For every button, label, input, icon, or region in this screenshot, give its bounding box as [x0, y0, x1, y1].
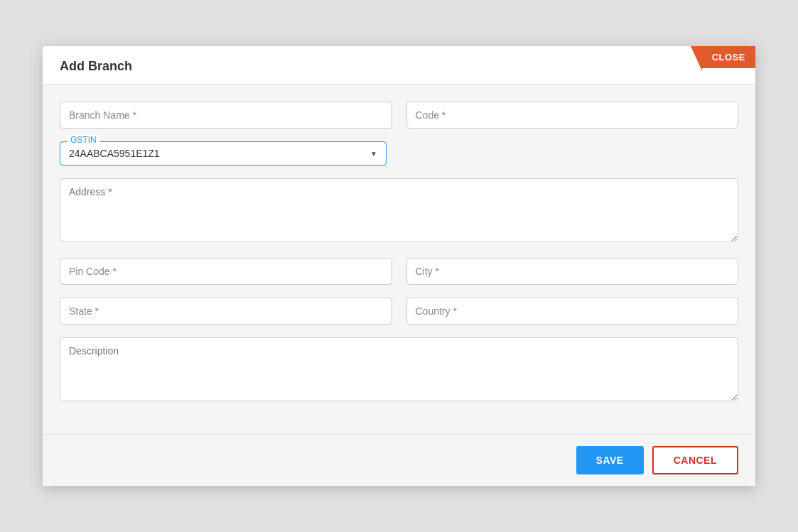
row-branch-code — [60, 102, 738, 129]
close-button[interactable]: CLOSE — [702, 46, 755, 68]
modal-dialog: CLOSE Add Branch GSTIN 24AABCA5951E1Z1 ▼ — [43, 46, 755, 486]
description-group — [60, 337, 738, 404]
row-pincode-city — [60, 258, 738, 285]
save-button[interactable]: SAVE — [576, 446, 644, 474]
address-input[interactable] — [60, 178, 738, 242]
state-input[interactable] — [60, 298, 392, 325]
state-group — [60, 298, 392, 325]
cancel-button[interactable]: CANCEL — [652, 446, 738, 474]
address-group — [60, 178, 738, 245]
modal-body: GSTIN 24AABCA5951E1Z1 ▼ — [43, 85, 755, 434]
branch-name-input[interactable] — [60, 102, 392, 129]
modal-footer: SAVE CANCEL — [43, 434, 755, 486]
code-group — [406, 102, 739, 129]
gstin-label: GSTIN — [68, 135, 99, 145]
branch-name-group — [60, 102, 392, 129]
gstin-group: GSTIN 24AABCA5951E1Z1 ▼ — [60, 141, 387, 165]
row-address — [60, 178, 738, 245]
description-input[interactable] — [60, 337, 738, 401]
modal-header: Add Branch — [43, 46, 755, 85]
city-group — [406, 258, 739, 285]
city-input[interactable] — [406, 258, 739, 285]
pin-code-input[interactable] — [60, 258, 392, 285]
pin-code-group — [60, 258, 392, 285]
row-description — [60, 337, 738, 404]
code-input[interactable] — [406, 102, 739, 129]
gstin-dropdown[interactable]: GSTIN 24AABCA5951E1Z1 ▼ — [60, 141, 387, 165]
chevron-down-icon: ▼ — [370, 150, 377, 158]
country-input[interactable] — [406, 298, 739, 325]
gstin-value: 24AABCA5951E1Z1 — [69, 148, 160, 159]
country-group — [406, 298, 739, 325]
row-state-country — [60, 298, 738, 325]
modal-title: Add Branch — [60, 59, 132, 73]
row-gstin: GSTIN 24AABCA5951E1Z1 ▼ — [60, 141, 738, 165]
